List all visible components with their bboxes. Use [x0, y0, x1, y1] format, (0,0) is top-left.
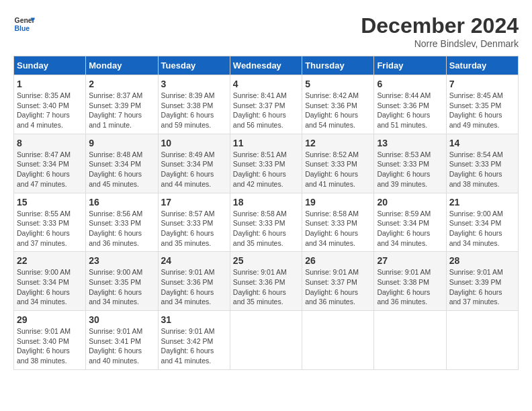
day-info: Sunrise: 8:47 AMSunset: 3:34 PMDaylight:…: [17, 150, 83, 189]
day-cell-14: 14 Sunrise: 8:54 AMSunset: 3:33 PMDaylig…: [446, 134, 518, 193]
day-number: 11: [233, 138, 299, 148]
calendar-week-2: 8 Sunrise: 8:47 AMSunset: 3:34 PMDayligh…: [14, 134, 519, 193]
empty-cell: [230, 311, 302, 370]
day-number: 4: [233, 79, 299, 89]
weekday-header-friday: Friday: [374, 56, 446, 75]
calendar-week-4: 22 Sunrise: 9:00 AMSunset: 3:34 PMDaylig…: [14, 252, 519, 311]
day-number: 9: [89, 138, 154, 148]
day-number: 21: [449, 197, 515, 208]
logo-icon: General Blue: [13, 13, 35, 35]
svg-text:Blue: Blue: [15, 25, 30, 32]
day-number: 12: [305, 138, 371, 148]
day-cell-6: 6 Sunrise: 8:44 AMSunset: 3:36 PMDayligh…: [374, 75, 446, 134]
day-cell-25: 25 Sunrise: 9:01 AMSunset: 3:36 PMDaylig…: [230, 252, 302, 311]
location: Norre Bindslev, Denmark: [361, 38, 519, 49]
header-row: SundayMondayTuesdayWednesdayThursdayFrid…: [14, 56, 519, 75]
day-number: 22: [17, 255, 83, 266]
day-cell-18: 18 Sunrise: 8:58 AMSunset: 3:33 PMDaylig…: [230, 193, 302, 252]
day-number: 24: [161, 255, 227, 266]
day-cell-3: 3 Sunrise: 8:39 AMSunset: 3:38 PMDayligh…: [158, 75, 230, 134]
day-cell-2: 2 Sunrise: 8:37 AMSunset: 3:39 PMDayligh…: [86, 75, 158, 134]
day-cell-19: 19 Sunrise: 8:58 AMSunset: 3:33 PMDaylig…: [302, 193, 374, 252]
day-number: 2: [89, 79, 154, 89]
day-info: Sunrise: 9:01 AMSunset: 3:41 PMDaylight:…: [89, 326, 154, 366]
weekday-header-monday: Monday: [86, 56, 158, 75]
day-info: Sunrise: 9:01 AMSunset: 3:36 PMDaylight:…: [233, 267, 299, 307]
day-number: 20: [377, 197, 443, 208]
day-cell-20: 20 Sunrise: 8:59 AMSunset: 3:34 PMDaylig…: [374, 193, 446, 252]
day-info: Sunrise: 9:00 AMSunset: 3:35 PMDaylight:…: [89, 267, 154, 307]
day-number: 7: [449, 79, 515, 89]
day-info: Sunrise: 8:45 AMSunset: 3:35 PMDaylight:…: [449, 91, 515, 130]
day-cell-23: 23 Sunrise: 9:00 AMSunset: 3:35 PMDaylig…: [86, 252, 158, 311]
day-number: 13: [377, 138, 443, 148]
weekday-header-thursday: Thursday: [302, 56, 374, 75]
day-cell-4: 4 Sunrise: 8:41 AMSunset: 3:37 PMDayligh…: [230, 75, 302, 134]
day-number: 5: [305, 79, 371, 89]
day-cell-13: 13 Sunrise: 8:53 AMSunset: 3:33 PMDaylig…: [374, 134, 446, 193]
day-info: Sunrise: 8:49 AMSunset: 3:34 PMDaylight:…: [161, 150, 227, 189]
day-cell-30: 30 Sunrise: 9:01 AMSunset: 3:41 PMDaylig…: [86, 311, 158, 370]
day-cell-17: 17 Sunrise: 8:57 AMSunset: 3:33 PMDaylig…: [158, 193, 230, 252]
day-info: Sunrise: 8:42 AMSunset: 3:36 PMDaylight:…: [305, 91, 371, 130]
day-info: Sunrise: 9:01 AMSunset: 3:38 PMDaylight:…: [377, 267, 443, 307]
day-cell-21: 21 Sunrise: 9:00 AMSunset: 3:34 PMDaylig…: [446, 193, 518, 252]
day-number: 29: [17, 314, 83, 325]
day-info: Sunrise: 8:37 AMSunset: 3:39 PMDaylight:…: [89, 91, 154, 130]
day-number: 6: [377, 79, 443, 89]
day-number: 8: [17, 138, 83, 148]
weekday-header-saturday: Saturday: [446, 56, 518, 75]
day-info: Sunrise: 9:01 AMSunset: 3:40 PMDaylight:…: [17, 326, 83, 366]
logo: General Blue: [13, 13, 35, 35]
month-title: December 2024: [361, 13, 519, 38]
day-info: Sunrise: 8:44 AMSunset: 3:36 PMDaylight:…: [377, 91, 443, 130]
empty-cell: [302, 311, 374, 370]
page-header: General Blue December 2024 Norre Bindsle…: [13, 13, 519, 49]
empty-cell: [374, 311, 446, 370]
weekday-header-wednesday: Wednesday: [230, 56, 302, 75]
day-number: 28: [449, 255, 515, 266]
weekday-header-tuesday: Tuesday: [158, 56, 230, 75]
empty-cell: [446, 311, 518, 370]
day-cell-22: 22 Sunrise: 9:00 AMSunset: 3:34 PMDaylig…: [14, 252, 86, 311]
day-info: Sunrise: 8:58 AMSunset: 3:33 PMDaylight:…: [233, 209, 299, 248]
day-number: 15: [17, 197, 83, 208]
day-cell-5: 5 Sunrise: 8:42 AMSunset: 3:36 PMDayligh…: [302, 75, 374, 134]
day-info: Sunrise: 9:01 AMSunset: 3:39 PMDaylight:…: [449, 267, 515, 307]
day-cell-28: 28 Sunrise: 9:01 AMSunset: 3:39 PMDaylig…: [446, 252, 518, 311]
day-info: Sunrise: 8:52 AMSunset: 3:33 PMDaylight:…: [305, 150, 371, 189]
day-info: Sunrise: 8:39 AMSunset: 3:38 PMDaylight:…: [161, 91, 227, 130]
day-info: Sunrise: 8:41 AMSunset: 3:37 PMDaylight:…: [233, 91, 299, 130]
day-cell-27: 27 Sunrise: 9:01 AMSunset: 3:38 PMDaylig…: [374, 252, 446, 311]
day-cell-9: 9 Sunrise: 8:48 AMSunset: 3:34 PMDayligh…: [86, 134, 158, 193]
day-info: Sunrise: 9:00 AMSunset: 3:34 PMDaylight:…: [17, 267, 83, 307]
day-cell-26: 26 Sunrise: 9:01 AMSunset: 3:37 PMDaylig…: [302, 252, 374, 311]
calendar-table: SundayMondayTuesdayWednesdayThursdayFrid…: [13, 56, 519, 370]
day-number: 1: [17, 79, 83, 89]
day-info: Sunrise: 8:57 AMSunset: 3:33 PMDaylight:…: [161, 209, 227, 248]
day-info: Sunrise: 8:35 AMSunset: 3:40 PMDaylight:…: [17, 91, 83, 130]
day-cell-24: 24 Sunrise: 9:01 AMSunset: 3:36 PMDaylig…: [158, 252, 230, 311]
day-info: Sunrise: 8:59 AMSunset: 3:34 PMDaylight:…: [377, 209, 443, 248]
day-cell-1: 1 Sunrise: 8:35 AMSunset: 3:40 PMDayligh…: [14, 75, 86, 134]
day-number: 30: [89, 314, 154, 325]
day-number: 25: [233, 255, 299, 266]
day-number: 27: [377, 255, 443, 266]
day-number: 18: [233, 197, 299, 208]
day-info: Sunrise: 9:00 AMSunset: 3:34 PMDaylight:…: [449, 209, 515, 248]
day-number: 14: [449, 138, 515, 148]
day-cell-29: 29 Sunrise: 9:01 AMSunset: 3:40 PMDaylig…: [14, 311, 86, 370]
day-cell-31: 31 Sunrise: 9:01 AMSunset: 3:42 PMDaylig…: [158, 311, 230, 370]
calendar-week-3: 15 Sunrise: 8:55 AMSunset: 3:33 PMDaylig…: [14, 193, 519, 252]
day-cell-8: 8 Sunrise: 8:47 AMSunset: 3:34 PMDayligh…: [14, 134, 86, 193]
day-number: 19: [305, 197, 371, 208]
day-cell-16: 16 Sunrise: 8:56 AMSunset: 3:33 PMDaylig…: [86, 193, 158, 252]
day-number: 10: [161, 138, 227, 148]
day-info: Sunrise: 8:55 AMSunset: 3:33 PMDaylight:…: [17, 209, 83, 248]
day-info: Sunrise: 8:48 AMSunset: 3:34 PMDaylight:…: [89, 150, 154, 189]
weekday-header-sunday: Sunday: [14, 56, 86, 75]
day-info: Sunrise: 8:56 AMSunset: 3:33 PMDaylight:…: [89, 209, 154, 248]
day-info: Sunrise: 8:53 AMSunset: 3:33 PMDaylight:…: [377, 150, 443, 189]
day-number: 23: [89, 255, 154, 266]
day-info: Sunrise: 9:01 AMSunset: 3:37 PMDaylight:…: [305, 267, 371, 307]
